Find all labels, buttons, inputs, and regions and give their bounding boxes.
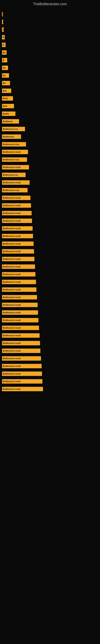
bar-label: Bottleneck result	[3, 151, 21, 153]
bar-item: B	[2, 43, 6, 47]
bar-item: Bottleneck result	[2, 295, 37, 300]
bar-label: Bottleneck result	[3, 266, 21, 268]
bar-row: Bottleneck result	[2, 233, 98, 239]
bar-row: |	[2, 11, 98, 17]
bar-row: Bo	[2, 50, 98, 56]
bar-row: Bottleneck result	[2, 310, 98, 316]
bar-item: Bottleneck result	[2, 303, 38, 307]
bar-row: Bo	[2, 72, 98, 78]
bar-label: Bottleneck result	[3, 372, 21, 375]
bar-row: Bottleneck res	[2, 126, 98, 132]
bar-item: Bottleneck result	[2, 272, 35, 276]
bar-item: B	[2, 35, 5, 40]
bar-item: Bottleneck result	[2, 288, 36, 292]
bar-row: Bottlenec	[2, 118, 98, 124]
bar-row: Bot	[2, 88, 98, 94]
bar-item: Bottleneck result	[2, 348, 40, 353]
bar-row: Bottleneck result	[2, 378, 98, 384]
bar-label: Bottleneck result	[3, 350, 21, 352]
bar-row: Bottleneck result	[2, 279, 98, 285]
bar-item: Bottleneck result	[2, 196, 30, 200]
bar-row: E	[2, 26, 98, 32]
bar-item: |	[2, 12, 3, 16]
bar-row: Bottleneck result	[2, 256, 98, 262]
bar-row: Bo	[2, 65, 98, 71]
bar-row: Bottleneck result	[2, 332, 98, 338]
bar-item: Bottleneck result	[2, 218, 32, 223]
bar-label: B	[3, 59, 4, 62]
bar-label: Bo	[3, 66, 6, 69]
bar-item: Bottleneck resu	[2, 142, 26, 146]
bar-row: Bottleneck resu	[2, 187, 98, 193]
bar-label: Bottleneck res	[3, 174, 18, 176]
bar-label: Bottleneck result	[3, 342, 21, 344]
bar-item: Bottleneck result	[2, 310, 38, 315]
bar-label: Bottle	[3, 112, 9, 115]
bar-item: Bottleneck result	[2, 372, 42, 376]
bar-label: Bottl	[3, 97, 8, 100]
bar-label: Bottleneck resu	[3, 158, 19, 161]
bars-container: |PEBBBoBBoBoBoBotBottlBottBottleBottlene…	[0, 7, 100, 396]
bar-label: Bottleneck result	[3, 242, 21, 245]
bar-label: Bottleneck result	[3, 319, 21, 322]
bar-row: B	[2, 34, 98, 40]
bar-item: Bottleneck resu	[2, 188, 28, 192]
bar-row: Bottleneck result	[2, 149, 98, 155]
bar-label: Bottleneck result	[3, 281, 21, 283]
bar-item: Bottlenec	[2, 119, 19, 124]
bar-row: Bottleneck result	[2, 202, 98, 208]
bar-row: Bottle	[2, 111, 98, 117]
bar-label: Bottlenec	[3, 120, 13, 122]
bar-item: E	[2, 27, 4, 32]
bar-item: Bottleneck result	[2, 326, 39, 330]
site-title: TheBottlenecker.com	[0, 0, 100, 7]
bar-item: Bottleneck result	[2, 150, 28, 154]
bar-row: Bottleneck result	[2, 371, 98, 377]
bar-row: Bottleneck result	[2, 356, 98, 362]
bar-item: Bottleneck result	[2, 341, 40, 345]
bar-row: Bottleneck result	[2, 348, 98, 354]
bar-label: Bottleneck	[3, 136, 14, 138]
bar-item: B	[2, 58, 7, 62]
bar-item: Bottleneck result	[2, 165, 29, 170]
bar-item: Bottleneck result	[2, 387, 43, 391]
bar-item: Bottleneck result	[2, 211, 32, 215]
bar-item: Bottleneck result	[2, 280, 36, 284]
bar-label: Bottleneck result	[3, 181, 21, 184]
bar-label: Bottleneck result	[3, 304, 21, 306]
bar-item: Bottleneck result	[2, 379, 42, 384]
bar-item: Bo	[2, 81, 10, 85]
bar-label: Bottleneck result	[3, 296, 21, 298]
bar-row: Bottleneck result	[2, 271, 98, 277]
bar-row: Bott	[2, 103, 98, 109]
bar-row: Bottleneck result	[2, 248, 98, 254]
bar-row: Bottleneck res	[2, 172, 98, 178]
bar-row: Bottleneck result	[2, 286, 98, 292]
bar-item: Bo	[2, 73, 9, 78]
bar-row: Bottleneck result	[2, 340, 98, 346]
bar-item: Bot	[2, 88, 11, 93]
bar-item: Bottle	[2, 112, 15, 116]
bar-item: Bott	[2, 104, 14, 108]
bar-item: Bottleneck result	[2, 242, 34, 246]
bar-item: Bottl	[2, 96, 13, 100]
bar-row: B	[2, 42, 98, 48]
bar-item: Bottleneck result	[2, 249, 34, 254]
bar-label: Bottleneck result	[3, 334, 21, 337]
bar-row: Bottleneck result	[2, 210, 98, 216]
bar-label: Bottleneck result	[3, 357, 21, 360]
bar-item: Bottleneck	[2, 134, 21, 139]
bar-label: Bott	[3, 105, 7, 107]
bar-label: Bottleneck resu	[3, 189, 19, 192]
bar-label: Bot	[3, 90, 6, 92]
bar-label: Bottleneck result	[3, 212, 21, 214]
bar-item: Bottleneck result	[2, 234, 33, 238]
bar-row: Bottleneck result	[2, 241, 98, 247]
bar-label: Bottleneck result	[3, 311, 21, 314]
bar-item: P	[2, 20, 3, 24]
bar-item: Bottleneck result	[2, 257, 34, 261]
bar-label: Bottleneck res	[3, 128, 18, 130]
bar-label: Bottleneck result	[3, 204, 21, 207]
bar-item: Bottleneck result	[2, 203, 31, 208]
bar-item: Bottleneck result	[2, 364, 42, 368]
